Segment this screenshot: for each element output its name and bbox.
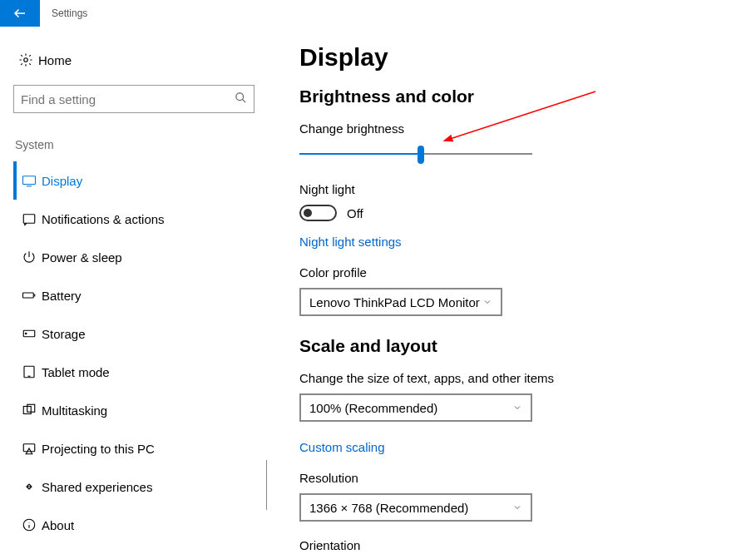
- power-icon: [17, 250, 42, 265]
- sidebar-item-label: About: [42, 518, 74, 532]
- chevron-down-icon: [512, 501, 522, 515]
- sidebar-item-label: Battery: [42, 289, 82, 303]
- scale-dropdown[interactable]: 100% (Recommended): [299, 393, 532, 422]
- color-profile-label: Color profile: [299, 265, 731, 280]
- night-light-label: Night light: [299, 182, 731, 196]
- svg-rect-3: [23, 215, 35, 224]
- sidebar-item-label: Projecting to this PC: [42, 442, 155, 456]
- app-title: Settings: [52, 7, 87, 19]
- sidebar-item-tablet[interactable]: Tablet mode: [13, 353, 258, 391]
- sidebar-item-label: Shared experiences: [42, 480, 152, 494]
- back-button[interactable]: [0, 0, 40, 27]
- night-light-state: Off: [347, 206, 363, 220]
- resolution-dropdown[interactable]: 1366 × 768 (Recommended): [299, 493, 532, 522]
- resolution-value: 1366 × 768 (Recommended): [309, 501, 468, 515]
- night-light-settings-link[interactable]: Night light settings: [299, 235, 402, 249]
- resolution-label: Resolution: [299, 471, 731, 485]
- night-light-toggle[interactable]: [299, 205, 337, 221]
- shared-icon: [17, 479, 42, 494]
- sidebar-item-multitasking[interactable]: Multitasking: [13, 391, 258, 429]
- search-input-wrapper[interactable]: [13, 85, 254, 113]
- sidebar-item-label: Storage: [42, 327, 86, 341]
- battery-icon: [17, 288, 42, 303]
- sidebar-item-power[interactable]: Power & sleep: [13, 238, 258, 276]
- brightness-label: Change brightness: [299, 121, 731, 136]
- sidebar-item-about[interactable]: About: [13, 506, 258, 544]
- sidebar-item-label: Tablet mode: [42, 365, 110, 379]
- section-scale-title: Scale and layout: [299, 336, 731, 356]
- section-brightness-title: Brightness and color: [299, 87, 731, 106]
- sidebar-item-label: Display: [42, 174, 82, 188]
- color-profile-dropdown[interactable]: Lenovo ThinkPad LCD Monitor: [299, 288, 502, 316]
- sidebar-item-label: Power & sleep: [42, 250, 122, 265]
- sidebar-item-projecting[interactable]: Projecting to this PC: [13, 429, 258, 467]
- color-profile-value: Lenovo ThinkPad LCD Monitor: [309, 295, 480, 309]
- projecting-icon: [17, 441, 42, 456]
- main-content: Display Brightness and color Change brig…: [266, 27, 756, 559]
- brightness-slider[interactable]: [299, 144, 532, 164]
- orientation-label: Orientation: [299, 538, 731, 552]
- home-label: Home: [38, 53, 72, 67]
- svg-rect-2: [23, 176, 36, 185]
- sidebar-item-storage[interactable]: Storage: [13, 314, 258, 353]
- sidebar-item-notifications[interactable]: Notifications & actions: [13, 200, 258, 238]
- sidebar-item-label: Notifications & actions: [42, 212, 165, 226]
- svg-point-0: [24, 58, 28, 62]
- notifications-icon: [17, 211, 42, 226]
- display-icon: [17, 173, 42, 188]
- about-icon: [17, 517, 42, 532]
- slider-thumb[interactable]: [418, 146, 424, 164]
- sidebar-item-battery[interactable]: Battery: [13, 276, 258, 314]
- svg-point-6: [26, 333, 27, 334]
- sidebar-item-shared[interactable]: Shared experiences: [13, 467, 258, 506]
- column-divider: [266, 460, 267, 510]
- home-button[interactable]: Home: [13, 43, 258, 77]
- sidebar: Home System Display Notifications & acti…: [0, 27, 266, 559]
- sidebar-section-caption: System: [13, 138, 258, 151]
- scale-value: 100% (Recommended): [309, 401, 437, 415]
- sidebar-item-display[interactable]: Display: [13, 161, 258, 200]
- sidebar-nav: Display Notifications & actions Power & …: [13, 161, 258, 544]
- custom-scaling-link[interactable]: Custom scaling: [299, 440, 385, 454]
- multitasking-icon: [17, 403, 42, 418]
- gear-icon: [13, 52, 38, 67]
- search-input[interactable]: [21, 92, 235, 106]
- sidebar-item-label: Multitasking: [42, 403, 107, 418]
- storage-icon: [17, 326, 42, 341]
- svg-point-1: [236, 92, 244, 100]
- arrow-left-icon: [12, 6, 27, 21]
- page-title: Display: [299, 43, 731, 72]
- slider-fill: [299, 153, 421, 155]
- toggle-knob: [304, 209, 312, 217]
- svg-rect-4: [23, 293, 34, 298]
- chevron-down-icon: [512, 401, 522, 415]
- chevron-down-icon: [482, 295, 492, 309]
- scale-label: Change the size of text, apps, and other…: [299, 371, 731, 385]
- search-icon: [235, 92, 247, 107]
- tablet-icon: [17, 364, 42, 379]
